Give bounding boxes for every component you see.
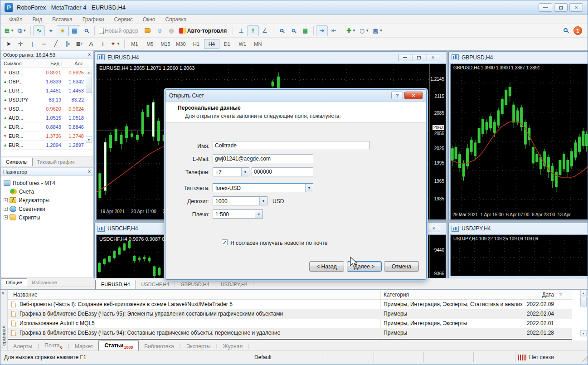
chart-close-button[interactable]: ✕ xyxy=(428,225,440,232)
zoom-in-icon[interactable]: + xyxy=(276,25,287,36)
resize-grip[interactable] xyxy=(581,356,588,362)
news-row[interactable]: Веб-проекты (Часть I): Создание веб-прил… xyxy=(8,300,572,309)
tab-articles[interactable]: Статьи1088 xyxy=(98,341,139,351)
cursor-tool-icon[interactable]: ➤ xyxy=(3,39,15,49)
news-row[interactable]: Графика в библиотеке DoEasy (Часть 95): … xyxy=(8,309,572,319)
terminal-close-icon[interactable]: × xyxy=(2,291,4,296)
market-row[interactable]: ▼USD...0.96200.9624 xyxy=(1,104,93,113)
tab-journal[interactable]: Журнал xyxy=(218,342,248,351)
chart-window-titlebar[interactable]: GBPUSD,H4 xyxy=(449,52,588,63)
tab-library[interactable]: Библиотека xyxy=(139,342,179,351)
market-row[interactable]: ▲AUD...1.05151.0518 xyxy=(1,113,93,122)
scroll-down-icon[interactable]: ▼ xyxy=(580,330,587,336)
tab-common[interactable]: Общие xyxy=(1,278,27,287)
email-field[interactable] xyxy=(213,154,313,163)
timeframe-w1[interactable]: W1 xyxy=(235,39,250,49)
timeframe-d1[interactable]: D1 xyxy=(219,39,235,49)
chart-tab-usdjpy[interactable]: USDJPY,H4 xyxy=(215,280,253,289)
chart-window-titlebar[interactable]: USDJPY,H4 xyxy=(449,223,588,234)
notification-badge[interactable]: 1 xyxy=(573,26,582,35)
tab-tick-chart[interactable]: Тиковый график xyxy=(33,158,79,166)
tab-symbols[interactable]: Символы xyxy=(1,158,33,166)
timeframe-m1[interactable]: M1 xyxy=(127,39,142,49)
phone-code-select[interactable]: +7▼ xyxy=(213,167,249,176)
chart-minimize-button[interactable] xyxy=(398,54,411,61)
column-symbol[interactable]: Символ xyxy=(1,61,39,66)
tab-alerts[interactable]: Алерты xyxy=(8,342,38,351)
timeframe-h4[interactable]: H4 xyxy=(204,39,219,49)
new-order-button[interactable]: Новый ордер xyxy=(97,25,142,36)
line-chart-mode-icon[interactable]: ∠ xyxy=(259,25,271,36)
channel-tool-icon[interactable]: ∥E xyxy=(62,39,73,49)
tab-favorites[interactable]: Избранное xyxy=(27,279,62,287)
news-row[interactable]: Графика в библиотеке DoEasy (Часть 94): … xyxy=(8,328,572,338)
auto-scroll-icon[interactable]: ⇤ xyxy=(328,25,340,36)
menu-tools[interactable]: Сервис xyxy=(109,16,138,23)
tab-mailbox[interactable]: Почта6 xyxy=(39,341,68,351)
search-icon[interactable] xyxy=(564,28,568,32)
text-tool-icon[interactable]: A xyxy=(85,39,97,49)
cancel-button[interactable]: Отмена xyxy=(384,261,419,272)
text-label-tool-icon[interactable]: T xyxy=(97,39,109,49)
name-field[interactable] xyxy=(213,141,369,150)
dialog-titlebar[interactable]: Открыть Счет ? ✕ xyxy=(165,90,426,102)
tile-windows-icon[interactable]: ▦ xyxy=(299,25,311,36)
template-button[interactable]: ▩▼ xyxy=(371,25,384,36)
timeframe-m15[interactable]: M15 xyxy=(158,39,173,49)
account-type-select[interactable]: forex-USD▼ xyxy=(213,183,313,192)
chart-tab-eurusd[interactable]: EURUSD,H4 xyxy=(95,280,136,289)
chart-tab-usdchf[interactable]: USDCHF,H4 xyxy=(136,280,175,289)
bar-chart-mode-icon[interactable]: ⊥ xyxy=(235,25,247,36)
minimize-button[interactable] xyxy=(539,3,552,12)
tick-chart-icon[interactable]: ∿ xyxy=(33,25,45,36)
new-chart-button[interactable]: ⊞▼ xyxy=(3,25,16,36)
news-row[interactable]: Использование AutoIt с MQL5 Примеры, Инт… xyxy=(8,319,572,328)
favorites-icon[interactable]: ★ xyxy=(57,25,68,36)
sort-descending-icon[interactable]: ▽ xyxy=(559,292,562,297)
timeframe-m5[interactable]: M5 xyxy=(142,39,158,49)
fibonacci-tool-icon[interactable]: ≣F xyxy=(73,39,85,49)
chart-shift-icon[interactable]: ⇥ xyxy=(316,25,328,36)
navigator-close-icon[interactable]: × xyxy=(88,169,91,174)
menu-insert[interactable]: Вставка xyxy=(47,16,78,23)
dialog-close-button[interactable]: ✕ xyxy=(404,92,423,99)
trendline-tool-icon[interactable]: ╱ xyxy=(50,39,62,49)
market-row[interactable]: ▼USD...0.89210.8925 xyxy=(1,68,93,77)
market-row[interactable]: ▲GBP...1.63391.6342 xyxy=(1,77,93,86)
tree-item-experts[interactable]: + Советники xyxy=(4,204,93,213)
market-watch-toggle-icon[interactable]: ▤ xyxy=(68,25,80,36)
crosshair-target-icon[interactable]: ⌖ xyxy=(45,25,57,36)
tree-root-account[interactable]: RoboForex - MT4 xyxy=(4,179,93,187)
chart-window-titlebar[interactable]: EURUSD,H4 ✕ xyxy=(95,52,447,63)
vertical-line-tool-icon[interactable]: | xyxy=(26,39,38,49)
scroll-down-icon[interactable]: ▼ xyxy=(86,136,92,143)
expand-icon[interactable]: + xyxy=(4,198,8,202)
news-consent-checkbox[interactable]: ✓ xyxy=(222,239,228,245)
chart-close-button[interactable]: ✕ xyxy=(427,54,439,61)
history-center-icon[interactable] xyxy=(142,25,154,36)
dialog-help-button[interactable]: ? xyxy=(391,92,403,99)
back-button[interactable]: < Назад xyxy=(309,261,344,272)
column-name[interactable]: Название xyxy=(13,292,38,298)
timeframe-mn[interactable]: MN xyxy=(250,39,266,49)
scroll-thumb[interactable] xyxy=(580,297,587,307)
menu-view[interactable]: Вид xyxy=(28,16,48,23)
market-row[interactable]: ▲EUR...1.44511.4453 xyxy=(1,86,93,95)
autotrading-button[interactable]: Авто-торговля xyxy=(177,25,230,36)
expand-icon[interactable]: + xyxy=(4,207,8,211)
close-button[interactable]: ✕ xyxy=(569,3,583,12)
scroll-thumb[interactable] xyxy=(86,76,92,93)
tree-item-accounts[interactable]: Счета xyxy=(10,187,93,196)
deposit-select[interactable]: 1000▼ xyxy=(213,196,267,205)
horizontal-line-tool-icon[interactable]: ─ xyxy=(38,39,50,49)
tree-item-scripts[interactable]: + Скрипты xyxy=(4,213,93,222)
tab-experts[interactable]: Эксперты xyxy=(181,342,216,351)
web-terminal-icon[interactable]: ☺ xyxy=(154,25,165,36)
column-bid[interactable]: Бид xyxy=(39,61,62,66)
scroll-up-icon[interactable]: ▲ xyxy=(580,290,587,296)
market-watch-close-icon[interactable]: × xyxy=(88,52,91,57)
market-row[interactable]: ▲USDJPY83.1983.22 xyxy=(1,95,93,104)
tree-item-indicators[interactable]: + f Индикаторы xyxy=(4,196,93,204)
market-row[interactable]: ▲EUR...1.28941.2897 xyxy=(1,141,93,150)
candlestick-mode-icon[interactable]: ⫯ xyxy=(247,25,259,36)
